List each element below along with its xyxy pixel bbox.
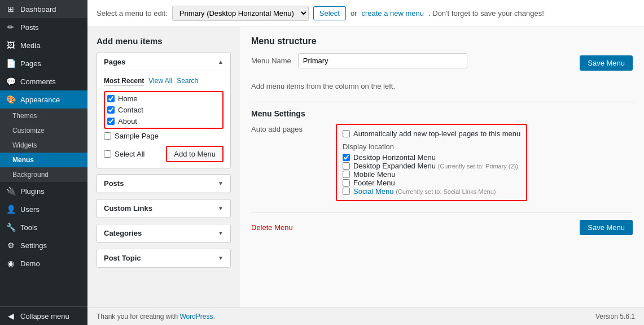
settings-icon: ⚙ bbox=[6, 241, 16, 250]
save-menu-bottom-button[interactable]: Save Menu bbox=[580, 220, 633, 235]
posts-arrow-icon: ▼ bbox=[218, 180, 224, 187]
location-desktop-horizontal[interactable]: Desktop Horizontal Menu bbox=[343, 153, 520, 162]
sidebar-item-themes[interactable]: Themes bbox=[0, 109, 87, 123]
plugins-icon: 🔌 bbox=[6, 187, 16, 196]
page-label-sample: Sample Page bbox=[115, 132, 159, 140]
location-checkbox-desktop-expanded[interactable] bbox=[343, 162, 350, 170]
add-to-menu-button[interactable]: Add to Menu bbox=[166, 146, 224, 162]
page-item-sample[interactable]: Sample Page bbox=[104, 132, 224, 140]
sidebar-item-customize[interactable]: Customize bbox=[0, 123, 87, 138]
sidebar-item-label: Pages bbox=[20, 59, 41, 68]
hint-text: Add menu items from the column on the le… bbox=[251, 82, 633, 90]
post-topic-accordion-header[interactable]: Post Topic ▼ bbox=[97, 249, 230, 267]
categories-header-label: Categories bbox=[104, 229, 142, 237]
create-new-menu-link[interactable]: create a new menu bbox=[361, 9, 424, 18]
tab-view-all[interactable]: View All bbox=[148, 77, 172, 85]
checked-pages-highlight: Home Contact About bbox=[104, 91, 224, 129]
sidebar-item-plugins[interactable]: 🔌 Plugins bbox=[0, 182, 87, 200]
widgets-label: Widgets bbox=[12, 141, 37, 149]
dashboard-icon: ⊞ bbox=[6, 5, 16, 14]
top-bar: Select a menu to edit: Primary (Desktop … bbox=[87, 0, 644, 27]
sidebar-item-appearance[interactable]: 🎨 Appearance bbox=[0, 90, 87, 109]
auto-add-checkbox-item[interactable]: Automatically add new top-level pages to… bbox=[343, 129, 520, 138]
version-text: Version 5.6.1 bbox=[595, 313, 635, 320]
sidebar-item-posts[interactable]: ✏ Posts bbox=[0, 18, 87, 36]
auto-add-label: Auto add pages bbox=[251, 124, 325, 201]
location-checkbox-desktop-horizontal[interactable] bbox=[343, 154, 350, 161]
menu-name-input[interactable] bbox=[298, 53, 467, 68]
page-item-contact[interactable]: Contact bbox=[107, 106, 220, 114]
appearance-submenu: Themes Customize Widgets Menus Backgroun… bbox=[0, 109, 87, 182]
page-label-about: About bbox=[118, 117, 137, 125]
save-menu-top-button[interactable]: Save Menu bbox=[580, 55, 633, 71]
sidebar-item-comments[interactable]: 💬 Comments bbox=[0, 72, 87, 90]
page-checkbox-contact[interactable] bbox=[107, 106, 115, 114]
tools-icon: 🔧 bbox=[6, 223, 16, 232]
menu-structure-title: Menu structure bbox=[251, 36, 633, 46]
sidebar-item-label: Tools bbox=[20, 223, 37, 232]
delete-menu-link[interactable]: Delete Menu bbox=[251, 223, 293, 232]
sidebar-item-menus[interactable]: Menus bbox=[0, 153, 87, 167]
custom-links-accordion-header[interactable]: Custom Links ▼ bbox=[97, 200, 230, 218]
location-checkbox-mobile-menu[interactable] bbox=[343, 171, 350, 178]
sidebar-item-users[interactable]: 👤 Users bbox=[0, 200, 87, 218]
sidebar-item-dashboard[interactable]: ⊞ Dashboard bbox=[0, 0, 87, 18]
location-checkbox-footer-menu[interactable] bbox=[343, 179, 350, 187]
demo-icon: ◉ bbox=[6, 259, 16, 268]
select-all-checkbox[interactable] bbox=[104, 150, 111, 158]
page-item-home[interactable]: Home bbox=[107, 94, 220, 103]
auto-add-text: Automatically add new top-level pages to… bbox=[353, 129, 520, 138]
or-text: or bbox=[351, 9, 357, 18]
select-all-item[interactable]: Select All bbox=[104, 150, 144, 158]
content-area: Add menu items Pages ▲ Most Recent View … bbox=[87, 27, 644, 307]
page-item-about[interactable]: About bbox=[107, 117, 220, 125]
location-social-menu[interactable]: Social Menu (Currently set to: Social Li… bbox=[343, 187, 520, 196]
sidebar-item-settings[interactable]: ⚙ Settings bbox=[0, 236, 87, 254]
custom-links-header-label: Custom Links bbox=[104, 204, 152, 213]
sidebar-item-tools[interactable]: 🔧 Tools bbox=[0, 218, 87, 236]
sidebar-item-media[interactable]: 🖼 Media bbox=[0, 36, 87, 54]
menu-name-label: Menu Name bbox=[251, 57, 291, 65]
location-mobile-menu[interactable]: Mobile Menu bbox=[343, 170, 520, 179]
sidebar-item-label: Appearance bbox=[20, 96, 60, 104]
page-checkbox-home[interactable] bbox=[107, 95, 115, 102]
pages-accordion-header[interactable]: Pages ▲ bbox=[97, 53, 230, 71]
sidebar-item-background[interactable]: Background bbox=[0, 167, 87, 182]
background-label: Background bbox=[12, 171, 49, 179]
select-button[interactable]: Select bbox=[313, 6, 346, 20]
collapse-icon: ◀ bbox=[6, 311, 16, 320]
sidebar-item-pages[interactable]: 📄 Pages bbox=[0, 54, 87, 72]
tab-search[interactable]: Search bbox=[177, 77, 198, 85]
menu-select[interactable]: Primary (Desktop Horizontal Menu) bbox=[172, 6, 309, 21]
tab-most-recent[interactable]: Most Recent bbox=[104, 77, 144, 85]
posts-accordion: Posts ▼ bbox=[97, 174, 231, 193]
location-checkbox-social-menu[interactable] bbox=[343, 188, 350, 195]
appearance-icon: 🎨 bbox=[6, 95, 16, 104]
footer-text: Thank you for creating with WordPress. bbox=[97, 313, 215, 320]
sidebar-item-widgets[interactable]: Widgets bbox=[0, 138, 87, 153]
sidebar-item-label: Dashboard bbox=[20, 5, 56, 14]
sidebar-item-label: Settings bbox=[20, 241, 47, 250]
auto-add-checkbox[interactable] bbox=[343, 130, 350, 137]
categories-arrow-icon: ▼ bbox=[218, 230, 224, 236]
menu-name-row: Menu Name bbox=[251, 53, 467, 68]
pages-accordion-body: Most Recent View All Search Home bbox=[97, 71, 230, 168]
sidebar-item-label: Posts bbox=[20, 23, 39, 32]
categories-accordion-header[interactable]: Categories ▼ bbox=[97, 224, 230, 242]
sidebar-footer: ◀ Collapse menu bbox=[0, 306, 87, 325]
pages-tabs: Most Recent View All Search bbox=[104, 77, 224, 85]
sidebar-item-label: Comments bbox=[20, 77, 56, 86]
menu-settings-title: Menu Settings bbox=[251, 102, 633, 118]
wordpress-link[interactable]: WordPress bbox=[179, 313, 213, 320]
pages-arrow-icon: ▲ bbox=[218, 59, 224, 65]
sidebar-item-demo[interactable]: ◉ Demo bbox=[0, 254, 87, 272]
users-icon: 👤 bbox=[6, 205, 16, 214]
location-desktop-expanded[interactable]: Desktop Expanded Menu (Currently set to:… bbox=[343, 162, 520, 170]
page-checkbox-about[interactable] bbox=[107, 118, 115, 125]
posts-accordion-header[interactable]: Posts ▼ bbox=[97, 175, 230, 193]
pages-unchecked-list: Sample Page bbox=[104, 132, 224, 140]
pages-checkbox-list: Home Contact About bbox=[107, 94, 220, 125]
collapse-menu-item[interactable]: ◀ Collapse menu bbox=[0, 307, 87, 325]
location-footer-menu[interactable]: Footer Menu bbox=[343, 179, 520, 187]
page-checkbox-sample[interactable] bbox=[104, 132, 111, 140]
